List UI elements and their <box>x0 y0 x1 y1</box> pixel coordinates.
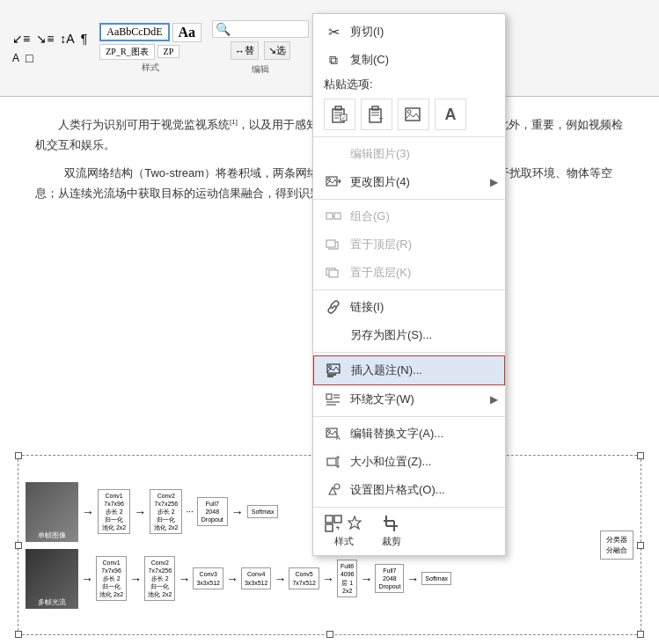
single-frame-image: 单帧图像 <box>26 482 78 542</box>
svg-point-12 <box>407 110 411 113</box>
select-icon: ↘ <box>268 45 276 56</box>
separator-3 <box>313 289 505 290</box>
conv5-block: Conv57x7x512 <box>289 567 319 589</box>
separator-4 <box>313 352 505 353</box>
menu-item-format-picture[interactable]: 设置图片格式(O)... <box>313 476 505 504</box>
menu-item-group[interactable]: 组合(G) <box>313 202 505 231</box>
replace-btn[interactable]: ↔ 替 <box>231 41 259 60</box>
save-as-icon <box>324 326 343 345</box>
style-icon <box>324 514 343 533</box>
link-label: 链接(I) <box>350 299 384 315</box>
indent-decrease-btn[interactable]: ↙≡ <box>11 30 32 48</box>
resize-handle-mr[interactable] <box>637 542 644 549</box>
border-btn[interactable]: □ <box>24 49 34 67</box>
edit-alt-label: 编辑替换文字(A)... <box>350 426 443 442</box>
separator-1 <box>313 136 505 137</box>
svg-rect-40 <box>326 516 333 523</box>
menu-item-edit-image[interactable]: 编辑图片(3) <box>313 140 505 168</box>
svg-rect-16 <box>334 213 340 219</box>
svg-rect-19 <box>326 240 335 247</box>
menu-item-size-position[interactable]: 大小和位置(Z)... <box>313 448 505 476</box>
copy-label: 复制(C) <box>350 52 389 68</box>
resize-handle-tr[interactable] <box>637 452 644 459</box>
format-picture-icon <box>324 480 343 500</box>
svg-point-33 <box>328 430 331 433</box>
copy-icon: ⧉ <box>324 50 343 70</box>
sort-btn[interactable]: ↕A <box>58 30 76 48</box>
menu-item-copy[interactable]: ⧉ 复制(C) <box>313 46 505 74</box>
style-sample-heading[interactable]: Aa <box>172 23 202 42</box>
svg-rect-1 <box>335 106 341 110</box>
full7-top: Full72048Dropout <box>197 497 228 526</box>
bottom-tool-crop[interactable]: 裁剪 <box>382 514 401 548</box>
arrow-3: → <box>231 505 244 519</box>
bottom-tool-style[interactable]: 样式 <box>324 514 364 548</box>
paste-options-row: ✓ A <box>313 95 505 134</box>
menu-item-edit-alt[interactable]: A 编辑替换文字(A)... <box>313 420 505 448</box>
bring-front-label: 置于顶层(R) <box>350 237 412 252</box>
star-icon <box>345 514 364 533</box>
separator-6 <box>313 507 505 508</box>
edit-image-icon <box>324 144 343 164</box>
paste-icon-1[interactable]: ✓ <box>324 99 355 130</box>
arrow-11: → <box>406 572 419 586</box>
change-image-label: 更改图片(4) <box>350 174 410 190</box>
menu-item-save-as[interactable]: 另存为图片(S)... <box>313 321 505 349</box>
select-btn[interactable]: ↘ 选 <box>264 41 290 60</box>
menu-item-send-back[interactable]: 置于底层(K) <box>313 259 505 287</box>
resize-handle-tl[interactable] <box>15 452 22 459</box>
indent-increase-btn[interactable]: ↘≡ <box>34 30 55 48</box>
arrow-1: → <box>82 505 94 519</box>
save-as-label: 另存为图片(S)... <box>350 327 432 343</box>
separator-2 <box>313 199 505 200</box>
send-back-icon <box>324 263 343 282</box>
resize-handle-bm[interactable] <box>326 631 333 638</box>
svg-point-26 <box>329 366 332 369</box>
paste-text-a-icon: A <box>445 106 457 124</box>
menu-item-wrap-text[interactable]: 环绕文字(W) ▶ <box>313 385 505 413</box>
paste-icon-4[interactable]: A <box>435 99 466 130</box>
style-sample-zp[interactable]: ZP_R_图表 <box>99 44 154 60</box>
cut-label: 剪切(I) <box>350 24 384 40</box>
separator-5 <box>313 416 505 417</box>
menu-item-link[interactable]: 链接(I) <box>313 293 505 321</box>
menu-item-insert-caption[interactable]: 插入题注(N)... <box>313 355 505 385</box>
replace-icon: ↔ <box>235 46 245 56</box>
arrow-6: → <box>178 572 190 586</box>
group-label: 组合(G) <box>350 209 390 224</box>
search-icon: 🔍 <box>216 22 231 36</box>
multi-frame-row: 多帧光流 → Conv17x7x96步长 2归一化池化 2x2 → Conv27… <box>26 549 595 609</box>
paste-icon-3[interactable] <box>398 99 429 130</box>
softmax-bottom: Softmax <box>421 572 451 585</box>
resize-handle-bl[interactable] <box>15 631 22 638</box>
svg-line-22 <box>332 305 335 309</box>
softmax-top: Softmax <box>247 505 279 518</box>
conv4-block: Conv43x3x512 <box>241 567 271 589</box>
menu-item-cut[interactable]: ✂ 剪切(I) <box>313 18 505 46</box>
size-position-label: 大小和位置(Z)... <box>350 454 431 470</box>
paste-icon-2[interactable] <box>361 99 392 130</box>
style-sample-zp2[interactable]: ZP <box>157 45 180 58</box>
wrap-text-icon <box>324 390 343 409</box>
arrow-9: → <box>322 572 334 586</box>
paragraph-marks-btn[interactable]: ¶ <box>79 30 90 48</box>
conv3-block: Conv33x3x512 <box>193 567 223 589</box>
group-icon <box>324 207 343 226</box>
full7-bottom: Full72048Dropout <box>375 564 404 593</box>
dots-1: ··· <box>186 507 193 516</box>
menu-item-change-image[interactable]: 更改图片(4) ▶ <box>313 168 505 196</box>
menu-item-bring-front[interactable]: 置于顶层(R) <box>313 231 505 259</box>
resize-handle-ml[interactable] <box>15 542 22 549</box>
conv2-block-bottom: Conv27x7x256步长 2归一化池化 2x2 <box>144 556 175 601</box>
insert-caption-label: 插入题注(N)... <box>351 362 422 378</box>
svg-rect-8 <box>372 106 378 110</box>
arrow-7: → <box>226 572 238 586</box>
search-input[interactable] <box>232 24 303 34</box>
send-back-label: 置于底层(K) <box>350 265 411 281</box>
highlight-btn[interactable]: A <box>11 50 21 66</box>
svg-rect-15 <box>326 213 333 219</box>
style-sample-normal[interactable]: AaBbCcDdE <box>99 23 169 41</box>
svg-rect-27 <box>326 394 332 399</box>
resize-handle-br[interactable] <box>637 631 644 638</box>
wrap-text-arrow: ▶ <box>490 393 498 406</box>
